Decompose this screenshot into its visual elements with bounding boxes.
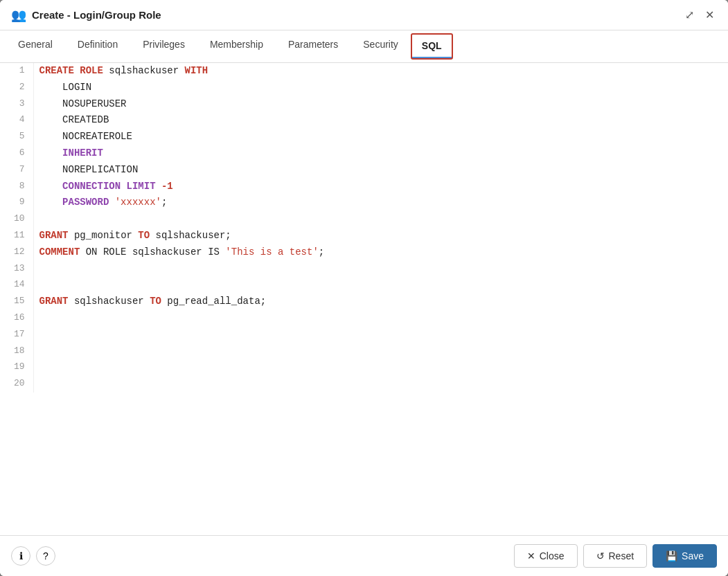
footer-left: ℹ ? bbox=[11, 546, 55, 566]
reset-button[interactable]: ↺ Reset bbox=[583, 544, 648, 568]
table-row: 10 bbox=[0, 211, 728, 228]
save-icon: 💾 bbox=[666, 550, 677, 561]
line-number: 17 bbox=[0, 327, 33, 343]
line-number: 7 bbox=[0, 162, 33, 179]
table-row: 11 GRANT pg_monitor TO sqlshackuser; bbox=[0, 228, 728, 244]
tab-membership[interactable]: Membership bbox=[197, 30, 276, 62]
code-table: 1 CREATE ROLE sqlshackuser WITH 2 LOGIN … bbox=[0, 63, 728, 393]
line-code: LOGIN bbox=[33, 80, 728, 96]
table-row: 1 CREATE ROLE sqlshackuser WITH bbox=[0, 63, 728, 80]
table-row: 14 bbox=[0, 277, 728, 294]
help-icon: ? bbox=[43, 550, 48, 561]
line-number: 3 bbox=[0, 96, 33, 113]
table-row: 16 bbox=[0, 310, 728, 327]
table-row: 8 CONNECTION LIMIT -1 bbox=[0, 179, 728, 195]
tab-bar: General Definition Privileges Membership… bbox=[0, 30, 728, 63]
footer: ℹ ? ✕ Close ↺ Reset 💾 Save bbox=[0, 535, 728, 576]
sql-editor: 1 CREATE ROLE sqlshackuser WITH 2 LOGIN … bbox=[0, 63, 728, 535]
save-label: Save bbox=[682, 550, 704, 561]
title-actions: ⤢ ✕ bbox=[682, 7, 717, 23]
line-code bbox=[33, 310, 728, 327]
line-number: 12 bbox=[0, 244, 33, 261]
table-row: 4 CREATEDB bbox=[0, 112, 728, 129]
info-button[interactable]: ℹ bbox=[11, 546, 30, 566]
reset-icon: ↺ bbox=[596, 550, 605, 561]
table-row: 9 PASSWORD 'xxxxxx'; bbox=[0, 195, 728, 211]
tab-security[interactable]: Security bbox=[350, 30, 411, 62]
tab-privileges[interactable]: Privileges bbox=[130, 30, 197, 62]
line-number: 16 bbox=[0, 310, 33, 327]
table-row: 15 GRANT sqlshackuser TO pg_read_all_dat… bbox=[0, 294, 728, 310]
table-row: 18 bbox=[0, 343, 728, 360]
line-number: 6 bbox=[0, 145, 33, 162]
line-number: 8 bbox=[0, 179, 33, 195]
table-row: 12 COMMENT ON ROLE sqlshackuser IS 'This… bbox=[0, 244, 728, 261]
line-number: 13 bbox=[0, 261, 33, 278]
footer-right: ✕ Close ↺ Reset 💾 Save bbox=[514, 544, 717, 568]
save-button[interactable]: 💾 Save bbox=[652, 544, 717, 568]
dialog-icon: 👥 bbox=[11, 8, 26, 23]
line-number: 15 bbox=[0, 294, 33, 310]
line-code bbox=[33, 343, 728, 360]
dialog-title: Create - Login/Group Role bbox=[32, 9, 161, 21]
tab-parameters[interactable]: Parameters bbox=[276, 30, 350, 62]
close-button[interactable]: ✕ bbox=[702, 7, 717, 23]
reset-label: Reset bbox=[609, 550, 634, 561]
close-icon: ✕ bbox=[527, 550, 535, 561]
table-row: 20 bbox=[0, 376, 728, 393]
table-row: 13 bbox=[0, 261, 728, 278]
line-code bbox=[33, 327, 728, 343]
close-label: Close bbox=[540, 550, 565, 561]
line-number: 18 bbox=[0, 343, 33, 360]
title-bar: 👥 Create - Login/Group Role ⤢ ✕ bbox=[0, 0, 728, 30]
line-number: 1 bbox=[0, 63, 33, 80]
line-code: GRANT pg_monitor TO sqlshackuser; bbox=[33, 228, 728, 244]
table-row: 19 bbox=[0, 359, 728, 376]
line-code bbox=[33, 277, 728, 294]
line-number: 11 bbox=[0, 228, 33, 244]
line-number: 4 bbox=[0, 112, 33, 129]
tab-sql-wrapper: SQL bbox=[411, 33, 453, 60]
line-code: GRANT sqlshackuser TO pg_read_all_data; bbox=[33, 294, 728, 310]
line-number: 10 bbox=[0, 211, 33, 228]
tab-sql[interactable]: SQL bbox=[412, 35, 452, 58]
line-number: 2 bbox=[0, 80, 33, 96]
table-row: 7 NOREPLICATION bbox=[0, 162, 728, 179]
line-code: PASSWORD 'xxxxxx'; bbox=[33, 195, 728, 211]
line-number: 14 bbox=[0, 277, 33, 294]
line-code: COMMENT ON ROLE sqlshackuser IS 'This is… bbox=[33, 244, 728, 261]
line-number: 20 bbox=[0, 376, 33, 393]
line-code: CONNECTION LIMIT -1 bbox=[33, 179, 728, 195]
line-code bbox=[33, 359, 728, 376]
help-button[interactable]: ? bbox=[36, 546, 55, 566]
info-icon: ℹ bbox=[19, 550, 23, 561]
line-number: 5 bbox=[0, 129, 33, 145]
tab-definition[interactable]: Definition bbox=[65, 30, 130, 62]
maximize-button[interactable]: ⤢ bbox=[682, 7, 697, 23]
close-button[interactable]: ✕ Close bbox=[514, 544, 578, 568]
table-row: 3 NOSUPERUSER bbox=[0, 96, 728, 113]
line-code: CREATE ROLE sqlshackuser WITH bbox=[33, 63, 728, 80]
line-code bbox=[33, 261, 728, 278]
table-row: 17 bbox=[0, 327, 728, 343]
line-code bbox=[33, 211, 728, 228]
title-left: 👥 Create - Login/Group Role bbox=[11, 8, 161, 23]
table-row: 5 NOCREATEROLE bbox=[0, 129, 728, 145]
line-number: 19 bbox=[0, 359, 33, 376]
line-code bbox=[33, 376, 728, 393]
tab-general[interactable]: General bbox=[6, 30, 65, 62]
line-code: CREATEDB bbox=[33, 112, 728, 129]
dialog: 👥 Create - Login/Group Role ⤢ ✕ General … bbox=[0, 0, 728, 576]
line-code: NOSUPERUSER bbox=[33, 96, 728, 113]
line-code: INHERIT bbox=[33, 145, 728, 162]
table-row: 2 LOGIN bbox=[0, 80, 728, 96]
table-row: 6 INHERIT bbox=[0, 145, 728, 162]
line-code: NOCREATEROLE bbox=[33, 129, 728, 145]
line-number: 9 bbox=[0, 195, 33, 211]
line-code: NOREPLICATION bbox=[33, 162, 728, 179]
